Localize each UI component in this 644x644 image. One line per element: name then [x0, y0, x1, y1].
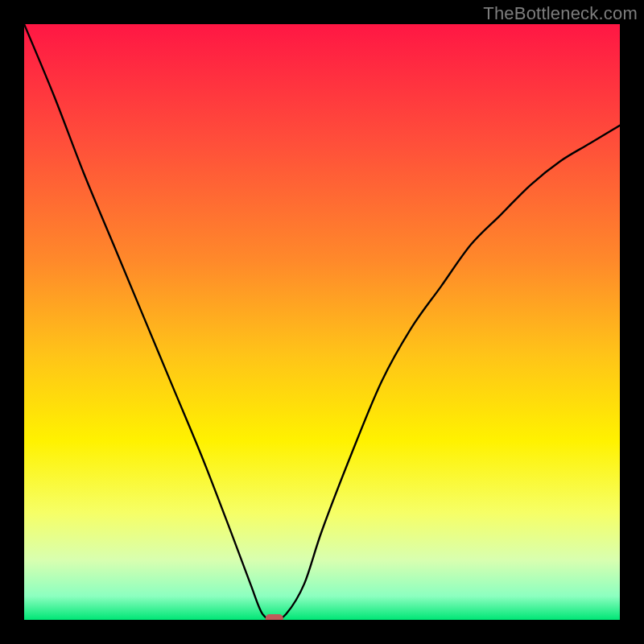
chart-frame: TheBottleneck.com	[0, 0, 644, 644]
optimum-marker	[266, 614, 283, 620]
bottleneck-plot	[24, 24, 620, 620]
attribution-label: TheBottleneck.com	[483, 3, 638, 24]
